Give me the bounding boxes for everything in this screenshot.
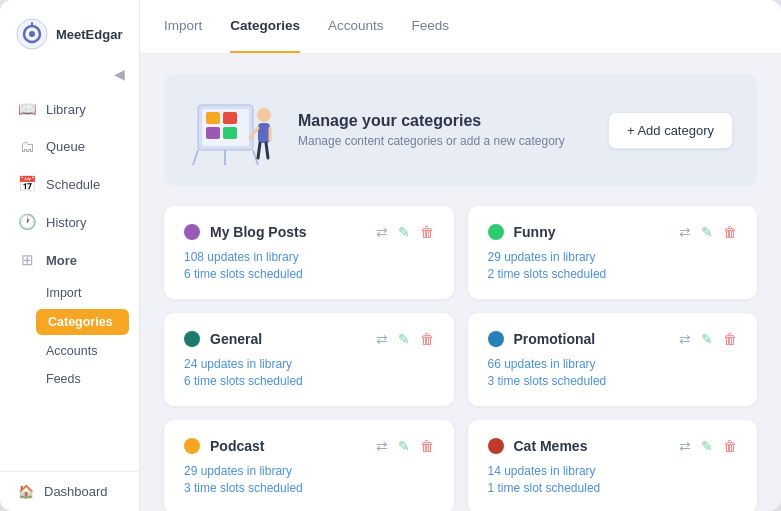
sub-nav-item-feeds[interactable]: Feeds — [0, 365, 139, 393]
dashboard-label: Dashboard — [44, 484, 108, 499]
category-card-general: General ⇄ ✎ 🗑 24 updates in library 6 ti… — [164, 313, 454, 406]
card-stats: 29 updates in library 2 time slots sched… — [488, 250, 738, 281]
sidebar-label-history: History — [46, 215, 86, 230]
slots-link[interactable]: 1 time slot scheduled — [488, 481, 738, 495]
delete-icon[interactable]: 🗑 — [420, 331, 434, 347]
library-icon: 📖 — [18, 100, 36, 118]
updates-link[interactable]: 24 updates in library — [184, 357, 434, 371]
updates-link[interactable]: 14 updates in library — [488, 464, 738, 478]
category-card-funny: Funny ⇄ ✎ 🗑 29 updates in library 2 time… — [468, 206, 758, 299]
svg-line-18 — [266, 143, 268, 158]
sidebar-item-library[interactable]: 📖 Library — [0, 90, 139, 128]
sidebar-label-queue: Queue — [46, 139, 85, 154]
svg-rect-7 — [223, 112, 237, 124]
top-nav: Import Categories Accounts Feeds — [140, 0, 781, 54]
edit-icon[interactable]: ✎ — [398, 438, 410, 454]
card-actions: ⇄ ✎ 🗑 — [376, 331, 434, 347]
category-card-podcast: Podcast ⇄ ✎ 🗑 29 updates in library 3 ti… — [164, 420, 454, 511]
category-color-dot — [184, 438, 200, 454]
shuffle-icon[interactable]: ⇄ — [376, 438, 388, 454]
shuffle-icon[interactable]: ⇄ — [679, 224, 691, 240]
delete-icon[interactable]: 🗑 — [420, 438, 434, 454]
card-title-row: Funny — [488, 224, 556, 240]
top-nav-import[interactable]: Import — [164, 0, 202, 53]
svg-line-17 — [258, 143, 260, 158]
svg-line-10 — [193, 150, 198, 165]
collapse-button[interactable]: ◀ — [114, 66, 125, 82]
slots-link[interactable]: 3 time slots scheduled — [184, 481, 434, 495]
shuffle-icon[interactable]: ⇄ — [679, 438, 691, 454]
svg-rect-9 — [223, 127, 237, 139]
category-color-dot — [488, 331, 504, 347]
shuffle-icon[interactable]: ⇄ — [679, 331, 691, 347]
category-color-dot — [184, 331, 200, 347]
category-name: Cat Memes — [514, 438, 588, 454]
shuffle-icon[interactable]: ⇄ — [376, 224, 388, 240]
card-stats: 24 updates in library 6 time slots sched… — [184, 357, 434, 388]
slots-link[interactable]: 6 time slots scheduled — [184, 374, 434, 388]
category-card-promotional: Promotional ⇄ ✎ 🗑 66 updates in library … — [468, 313, 758, 406]
history-icon: 🕐 — [18, 213, 36, 231]
sub-nav-item-accounts[interactable]: Accounts — [0, 337, 139, 365]
category-name: Funny — [514, 224, 556, 240]
card-header: Podcast ⇄ ✎ 🗑 — [184, 438, 434, 454]
edit-icon[interactable]: ✎ — [398, 331, 410, 347]
sidebar-collapse-area: ◀ — [0, 66, 139, 90]
category-name: General — [210, 331, 262, 347]
add-category-button[interactable]: + Add category — [608, 112, 733, 149]
card-header: Funny ⇄ ✎ 🗑 — [488, 224, 738, 240]
top-nav-feeds[interactable]: Feeds — [412, 0, 450, 53]
card-header: My Blog Posts ⇄ ✎ 🗑 — [184, 224, 434, 240]
edit-icon[interactable]: ✎ — [701, 438, 713, 454]
dashboard-icon: 🏠 — [18, 484, 34, 499]
content-area: Manage your categories Manage content ca… — [140, 54, 781, 511]
categories-banner: Manage your categories Manage content ca… — [164, 74, 757, 186]
sidebar-label-schedule: Schedule — [46, 177, 100, 192]
category-color-dot — [488, 438, 504, 454]
sidebar-item-schedule[interactable]: 📅 Schedule — [0, 165, 139, 203]
updates-link[interactable]: 108 updates in library — [184, 250, 434, 264]
category-name: My Blog Posts — [210, 224, 306, 240]
delete-icon[interactable]: 🗑 — [420, 224, 434, 240]
sub-nav-item-import[interactable]: Import — [0, 279, 139, 307]
shuffle-icon[interactable]: ⇄ — [376, 331, 388, 347]
banner-illustration — [188, 90, 278, 170]
banner-subtitle: Manage content categories or add a new c… — [298, 134, 588, 148]
app-window: MeetEdgar ◀ 📖 Library 🗂 Queue 📅 Schedule… — [0, 0, 781, 511]
delete-icon[interactable]: 🗑 — [723, 224, 737, 240]
sidebar-item-queue[interactable]: 🗂 Queue — [0, 128, 139, 165]
sub-nav-item-categories[interactable]: Categories — [36, 309, 129, 335]
sub-nav: Import Categories Accounts Feeds — [0, 279, 139, 393]
schedule-icon: 📅 — [18, 175, 36, 193]
sidebar-item-dashboard[interactable]: 🏠 Dashboard — [18, 484, 121, 499]
updates-link[interactable]: 29 updates in library — [488, 250, 738, 264]
updates-link[interactable]: 29 updates in library — [184, 464, 434, 478]
sidebar-logo: MeetEdgar — [0, 0, 139, 66]
card-title-row: General — [184, 331, 262, 347]
sidebar-label-library: Library — [46, 102, 86, 117]
sidebar-item-history[interactable]: 🕐 History — [0, 203, 139, 241]
slots-link[interactable]: 2 time slots scheduled — [488, 267, 738, 281]
svg-rect-6 — [206, 112, 220, 124]
slots-link[interactable]: 3 time slots scheduled — [488, 374, 738, 388]
top-nav-categories[interactable]: Categories — [230, 0, 300, 53]
delete-icon[interactable]: 🗑 — [723, 438, 737, 454]
category-name: Podcast — [210, 438, 264, 454]
updates-link[interactable]: 66 updates in library — [488, 357, 738, 371]
delete-icon[interactable]: 🗑 — [723, 331, 737, 347]
top-nav-accounts[interactable]: Accounts — [328, 0, 384, 53]
svg-point-2 — [29, 31, 35, 37]
edit-icon[interactable]: ✎ — [398, 224, 410, 240]
card-actions: ⇄ ✎ 🗑 — [679, 331, 737, 347]
card-stats: 108 updates in library 6 time slots sche… — [184, 250, 434, 281]
category-card-my-blog-posts: My Blog Posts ⇄ ✎ 🗑 108 updates in libra… — [164, 206, 454, 299]
sidebar-nav: 📖 Library 🗂 Queue 📅 Schedule 🕐 History ⊞… — [0, 90, 139, 471]
card-actions: ⇄ ✎ 🗑 — [376, 224, 434, 240]
edit-icon[interactable]: ✎ — [701, 331, 713, 347]
slots-link[interactable]: 6 time slots scheduled — [184, 267, 434, 281]
edit-icon[interactable]: ✎ — [701, 224, 713, 240]
banner-title: Manage your categories — [298, 112, 588, 130]
sidebar-item-more[interactable]: ⊞ More — [0, 241, 139, 279]
app-name: MeetEdgar — [56, 27, 122, 42]
more-icon: ⊞ — [18, 251, 36, 269]
